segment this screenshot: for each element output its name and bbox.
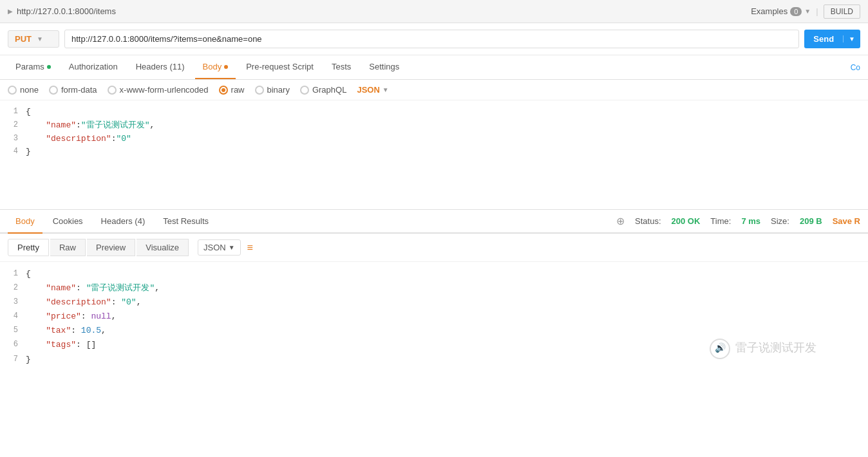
examples-label: Examples — [751, 6, 788, 16]
binary-label: binary — [267, 85, 290, 95]
response-json-label: JSON — [203, 243, 226, 252]
raw-label-resp: Raw — [59, 243, 76, 252]
json-arrow-icon: ▼ — [382, 86, 389, 93]
resp-test-results-label: Test Results — [163, 216, 209, 226]
method-dropdown[interactable]: PUT ▼ — [8, 30, 59, 48]
form-data-label: form-data — [61, 85, 97, 95]
watermark-icon: 🔊 — [710, 339, 730, 359]
tab-authorization[interactable]: Authorization — [61, 55, 126, 79]
request-bar: PUT ▼ Send ▼ — [0, 23, 868, 55]
resp-headers-label: Headers (4) — [101, 216, 146, 226]
tab-params-label: Params — [15, 62, 44, 71]
send-button[interactable]: Send ▼ — [804, 30, 860, 48]
method-label: PUT — [15, 34, 32, 44]
view-tab-preview[interactable]: Preview — [87, 239, 135, 256]
urlencoded-radio[interactable] — [108, 86, 117, 95]
view-tab-raw[interactable]: Raw — [50, 239, 86, 256]
resp-body-label: Body — [15, 216, 35, 226]
top-bar: ▶ http://127.0.0.1:8000/items Examples 0… — [0, 0, 868, 23]
tab-headers[interactable]: Headers (11) — [128, 55, 193, 79]
response-body-viewer: 1 { 2 "name": "雷子说测试开发", 3 "description"… — [0, 262, 868, 372]
view-tab-visualize[interactable]: Visualize — [137, 239, 189, 256]
resp-tab-cookies[interactable]: Cookies — [45, 210, 91, 234]
urlencoded-label: x-www-form-urlencoded — [120, 85, 209, 95]
size-value: 209 B — [800, 216, 822, 226]
req-line-4: 4 } — [0, 145, 868, 159]
body-type-row: none form-data x-www-form-urlencoded raw… — [0, 80, 868, 100]
req-line-3: 3 "description":"0" — [0, 133, 868, 146]
pretty-label: Pretty — [17, 243, 39, 252]
form-data-radio[interactable] — [49, 86, 58, 95]
tab-tests-label: Tests — [332, 62, 351, 71]
body-dot — [224, 65, 228, 69]
resp-tab-headers[interactable]: Headers (4) — [93, 210, 153, 234]
send-label: Send — [804, 34, 843, 44]
view-tab-pretty[interactable]: Pretty — [8, 239, 49, 256]
request-url-title: http://127.0.0.1:8000/items — [17, 6, 116, 16]
resp-line-5: 5 "tax": 10.5, — [0, 324, 868, 338]
resp-cookies-label: Cookies — [53, 216, 83, 226]
time-value: 7 ms — [741, 216, 760, 226]
json-format-select[interactable]: JSON ▼ — [357, 85, 388, 95]
req-line-1: 1 { — [0, 106, 868, 119]
body-type-none[interactable]: none — [8, 85, 39, 95]
json-label: JSON — [357, 85, 379, 95]
resp-line-3: 3 "description": "0", — [0, 295, 868, 310]
tab-params[interactable]: Params — [8, 55, 59, 79]
body-type-binary[interactable]: binary — [255, 85, 290, 95]
visualize-label: Visualize — [146, 243, 179, 252]
cookies-link[interactable]: Co — [851, 63, 860, 72]
response-tabs: Body Cookies Headers (4) Test Results ⊕ … — [0, 210, 868, 234]
request-title: ▶ http://127.0.0.1:8000/items — [8, 6, 116, 16]
view-tabs: Pretty Raw Preview Visualize JSON ▼ ≡ — [0, 234, 868, 262]
build-button[interactable]: BUILD — [824, 5, 860, 19]
body-type-raw[interactable]: raw — [219, 85, 245, 95]
graphql-label: GraphQL — [312, 85, 346, 95]
watermark: 🔊 雷子说测试开发 — [710, 339, 816, 359]
tab-body[interactable]: Body — [195, 55, 236, 79]
globe-icon: ⊕ — [616, 215, 625, 227]
status-value: 200 OK — [672, 216, 701, 226]
resp-line-1: 1 { — [0, 267, 868, 281]
response-json-format[interactable]: JSON ▼ — [198, 239, 241, 256]
response-status: ⊕ Status: 200 OK Time: 7 ms Size: 209 B … — [616, 215, 860, 227]
tab-headers-label: Headers (11) — [136, 62, 185, 71]
expand-icon[interactable]: ▶ — [8, 8, 13, 15]
tab-tests[interactable]: Tests — [324, 55, 359, 79]
req-line-2: 2 "name":"雷子说测试开发", — [0, 119, 868, 133]
resp-line-2: 2 "name": "雷子说测试开发", — [0, 281, 868, 295]
graphql-radio[interactable] — [300, 86, 309, 95]
examples-count: 0 — [790, 7, 802, 16]
send-dropdown-arrow[interactable]: ▼ — [843, 35, 860, 42]
top-bar-actions: Examples 0 ▼ | BUILD — [751, 5, 860, 19]
watermark-text: 雷子说测试开发 — [735, 339, 816, 359]
size-label: Size: — [771, 216, 789, 226]
body-type-graphql[interactable]: GraphQL — [300, 85, 346, 95]
resp-line-4: 4 "price": null, — [0, 310, 868, 324]
wrap-text-icon[interactable]: ≡ — [247, 242, 253, 254]
tab-settings[interactable]: Settings — [361, 55, 407, 79]
response-section: Body Cookies Headers (4) Test Results ⊕ … — [0, 210, 868, 372]
binary-radio[interactable] — [255, 86, 264, 95]
resp-tab-test-results[interactable]: Test Results — [155, 210, 216, 234]
method-arrow-icon: ▼ — [37, 35, 43, 42]
body-type-form-data[interactable]: form-data — [49, 85, 97, 95]
raw-radio[interactable] — [219, 86, 228, 95]
tab-prerequest[interactable]: Pre-request Script — [238, 55, 321, 79]
save-response-button[interactable]: Save R — [833, 216, 860, 226]
body-type-urlencoded[interactable]: x-www-form-urlencoded — [108, 85, 209, 95]
url-input[interactable] — [64, 30, 799, 48]
time-label: Time: — [710, 216, 731, 226]
params-dot — [47, 65, 51, 69]
status-label: Status: — [635, 216, 661, 226]
examples-arrow-icon: ▼ — [804, 8, 811, 15]
none-radio[interactable] — [8, 86, 17, 95]
tab-body-label: Body — [203, 62, 222, 71]
request-tabs: Params Authorization Headers (11) Body P… — [0, 55, 868, 80]
request-body-editor[interactable]: 1 { 2 "name":"雷子说测试开发", 3 "description":… — [0, 100, 868, 210]
tab-prerequest-label: Pre-request Script — [246, 62, 314, 71]
resp-tab-body[interactable]: Body — [8, 210, 42, 234]
examples-button[interactable]: Examples 0 ▼ — [751, 6, 811, 16]
tab-settings-label: Settings — [369, 62, 399, 71]
none-label: none — [20, 85, 39, 95]
